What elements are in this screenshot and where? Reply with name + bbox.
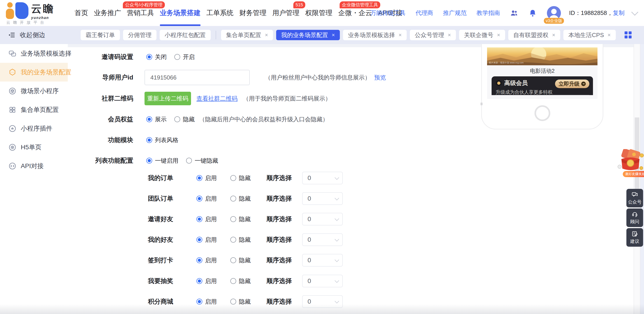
order-select[interactable]: 0 <box>302 172 343 184</box>
feedback-button[interactable]: 建议 <box>626 228 643 247</box>
member-rights-hint: （隐藏后用户中心的会员权益和升级入口会隐藏） <box>199 115 328 123</box>
close-icon[interactable]: × <box>552 32 555 38</box>
phone-side-button <box>480 103 482 105</box>
account-chevron-down-icon[interactable] <box>631 9 638 16</box>
chevron-down-icon <box>335 278 339 283</box>
hide-radio[interactable]: 隐藏 <box>230 298 251 306</box>
nav-item-scene-builder[interactable]: 业务场景搭建 <box>160 0 200 26</box>
mentor-preview-link[interactable]: 预览 <box>374 74 386 82</box>
sidebar-item-miniprogram-plugin[interactable]: 小程序插件 <box>0 119 68 138</box>
sidebar-item-my-scene-config[interactable]: 我的业务场景配置 <box>0 63 68 82</box>
link-universal-convert[interactable]: 万能转链工具 <box>370 9 406 17</box>
edit-note-icon <box>631 230 638 237</box>
enable-radio[interactable]: 启用 <box>196 256 217 264</box>
order-select-label: 顺序选择 <box>266 235 292 244</box>
copy-id-link[interactable]: 复制 <box>613 10 624 16</box>
red-envelope-promo-icon[interactable] <box>616 149 644 173</box>
link-agent[interactable]: 代理商 <box>416 9 433 17</box>
list-hide-all-radio[interactable]: 一键隐藏 <box>186 157 218 165</box>
order-select[interactable]: 0 <box>302 254 343 266</box>
member-rights-show-radio[interactable]: 展示 <box>146 115 167 123</box>
sidebar-item-template-select[interactable]: 业务场景模板选择 <box>0 44 68 63</box>
plugin-circle-icon <box>8 125 16 132</box>
enable-radio[interactable]: 启用 <box>196 236 217 244</box>
sidebar-item-h5-page[interactable]: H5单页 <box>0 138 68 157</box>
tab[interactable]: 业务场景模板选择× <box>343 30 407 40</box>
link-promotion-rules[interactable]: 推广规范 <box>443 9 466 17</box>
member-badge-icon <box>496 80 502 86</box>
image-watermark: 图片来源：视觉中国 www.vcg.com <box>489 61 524 64</box>
view-qrcode-link[interactable]: 查看社群二维码 <box>196 95 238 103</box>
phone-screen: 图片来源：视觉中国 www.vcg.com 电影活动2 高级会员 升级成为合伙人… <box>487 48 598 99</box>
close-icon[interactable]: × <box>497 32 500 38</box>
advisor-button[interactable]: 顾问 <box>626 208 643 227</box>
order-select[interactable]: 0 <box>302 295 343 308</box>
close-icon[interactable]: × <box>265 32 268 38</box>
link-tutorial[interactable]: 教学指南 <box>476 9 500 17</box>
hide-radio[interactable]: 隐藏 <box>230 174 251 182</box>
tab[interactable]: 本地生活CPS× <box>564 30 616 40</box>
tab[interactable]: 小程序红包配置 <box>160 30 211 40</box>
list-config-row: 团队订单 启用 隐藏 顺序选择 0 <box>148 192 343 205</box>
order-select-label: 顺序选择 <box>266 215 292 223</box>
close-icon[interactable]: × <box>608 32 611 38</box>
order-select[interactable]: 0 <box>302 192 343 205</box>
close-icon[interactable]: × <box>398 32 402 38</box>
main-nav: 首页 业务推广 公众号/小程序管理 营销工具 业务场景搭建 工单系统 财务管理 … <box>74 0 402 26</box>
nav-item-permissions[interactable]: 权限管理 <box>305 0 332 26</box>
invite-friends-badge[interactable]: 邀好友赚奖励 <box>623 171 644 177</box>
hide-radio[interactable]: 隐藏 <box>230 195 251 203</box>
nav-item-qiwei[interactable]: 企业微信管理工具 企微・企云 <box>338 0 372 26</box>
mentor-id-input[interactable] <box>144 70 250 85</box>
hide-radio[interactable]: 隐藏 <box>230 256 251 264</box>
nav-item-work-order[interactable]: 工单系统 <box>206 0 234 26</box>
chevron-down-icon <box>335 237 339 241</box>
order-select[interactable]: 0 <box>302 233 343 246</box>
contacts-icon[interactable] <box>510 9 518 18</box>
official-account-button[interactable]: 公众号 <box>626 189 643 207</box>
nav-item-marketing-tools[interactable]: 公众号/小程序管理 营销工具 <box>127 0 154 26</box>
tab[interactable]: 霸王餐订单 <box>80 30 120 40</box>
hide-radio[interactable]: 隐藏 <box>230 277 251 285</box>
reupload-qrcode-button[interactable]: 重新上传二维码 <box>144 92 191 105</box>
tab-layout-grid-icon[interactable] <box>624 32 632 39</box>
invite-code-on-radio[interactable]: 开启 <box>174 53 195 61</box>
sidebar-item-collection-page[interactable]: 集合单页配置 <box>0 100 68 119</box>
nav-item-finance[interactable]: 财务管理 <box>239 0 266 26</box>
order-select[interactable]: 0 <box>302 275 343 287</box>
enable-radio[interactable]: 启用 <box>196 298 217 306</box>
sidebar-item-micro-scene-miniprogram[interactable]: 微场景小程序 <box>0 82 68 100</box>
sidebar-item-api[interactable]: API对接 <box>0 157 68 175</box>
close-icon[interactable]: × <box>332 32 335 38</box>
enable-radio[interactable]: 启用 <box>196 174 217 182</box>
chevron-down-icon <box>335 299 339 303</box>
hide-radio[interactable]: 隐藏 <box>230 215 251 223</box>
close-icon[interactable]: × <box>448 32 451 38</box>
tab-active[interactable]: 我的业务场景配置× <box>276 30 340 40</box>
tab[interactable]: 分佣管理 <box>123 30 156 40</box>
plan-badge: v3企业版 <box>544 18 564 24</box>
enable-radio[interactable]: 启用 <box>196 195 217 203</box>
group-qrcode-hint: （用于我的导师页面二维码展示） <box>243 95 331 103</box>
code-circle-icon <box>8 162 16 170</box>
account-id: ID：19882858，复制 <box>569 9 624 17</box>
nav-item-home[interactable]: 首页 <box>74 0 88 26</box>
enable-radio[interactable]: 启用 <box>196 215 217 223</box>
order-select[interactable]: 0 <box>302 213 343 225</box>
function-module-list-style-radio[interactable]: 列表风格 <box>146 136 178 144</box>
hide-radio[interactable]: 隐藏 <box>230 236 251 244</box>
mentor-id-label: 导师用户id <box>68 73 133 82</box>
tab[interactable]: 自有联盟授权× <box>508 30 560 40</box>
list-enable-all-radio[interactable]: 一键启用 <box>146 157 178 165</box>
brand-name: 云瞻 <box>31 2 55 16</box>
tab[interactable]: 关联企微号× <box>459 30 505 40</box>
tab[interactable]: 集合单页配置× <box>221 30 273 40</box>
member-rights-hide-radio[interactable]: 隐藏 <box>174 115 195 123</box>
nav-item-user-management[interactable]: 515 用户管理 <box>272 0 300 26</box>
notification-bell-icon[interactable] <box>528 9 537 18</box>
tab[interactable]: 公众号管理× <box>410 30 456 40</box>
invite-code-off-radio[interactable]: 关闭 <box>146 53 167 61</box>
enable-radio[interactable]: 启用 <box>196 277 217 285</box>
collapse-sidebar-button[interactable]: 收起侧边 <box>0 31 68 39</box>
nav-item-business-promotion[interactable]: 业务推广 <box>94 0 121 26</box>
